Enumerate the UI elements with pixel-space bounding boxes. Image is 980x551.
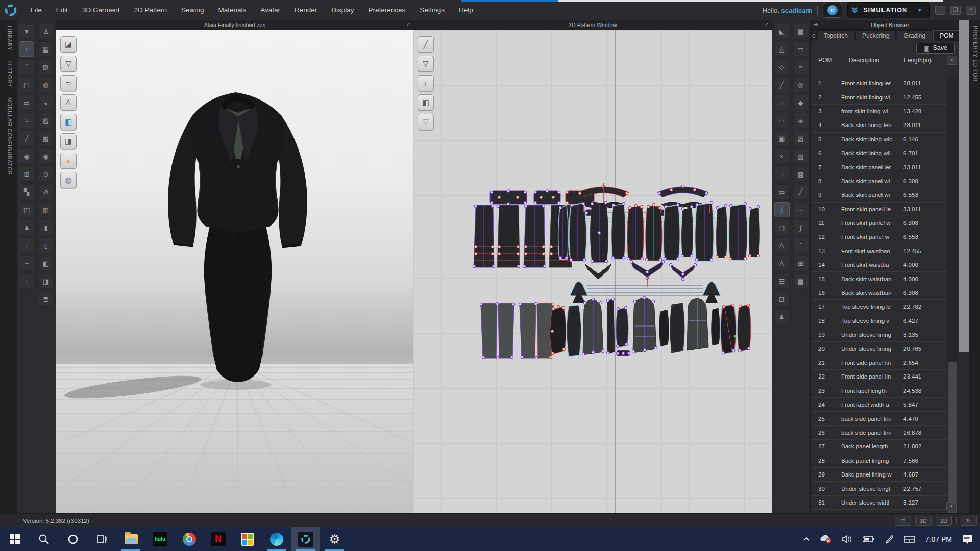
expand-window-icon[interactable]: ↗ xyxy=(406,21,410,27)
ms-store-button[interactable] xyxy=(233,527,262,551)
shirt-2d-icon[interactable]: ◈ xyxy=(793,113,808,128)
pom-table-row[interactable]: 5 Back skirt lining wic 6.146 xyxy=(811,133,947,146)
pin-icon[interactable]: ╱ xyxy=(19,131,34,146)
menu-item[interactable]: Render xyxy=(287,0,324,20)
pom-table-row[interactable]: 4 Back skirt lining len 28.011 xyxy=(811,118,947,132)
menu-item[interactable]: Avatar xyxy=(253,0,287,20)
pom-table-row[interactable]: 30 Under sleeve lengt 22.757 xyxy=(811,482,947,495)
detect-sewing-icon[interactable]: ◎ xyxy=(793,77,808,92)
select-move-icon[interactable]: + xyxy=(19,41,34,57)
pattern-piece-sleeve-cluster[interactable] xyxy=(550,296,751,356)
add-pattern-icon[interactable]: ⊞ xyxy=(793,256,808,271)
fit-avatar-icon[interactable]: ♟ xyxy=(19,220,34,235)
menu-item[interactable]: Settings xyxy=(412,0,452,20)
edge-button[interactable] xyxy=(262,527,291,551)
pattern-annotation-icon[interactable]: A xyxy=(774,256,790,271)
measure-tape-icon[interactable]: ◌ xyxy=(19,273,34,289)
pom-table-row[interactable]: 19 Under sleeve lining 3.135 xyxy=(811,328,947,342)
menu-item[interactable]: 2D Pattern xyxy=(127,0,175,20)
show-stitch-2d-icon[interactable]: ╱ xyxy=(418,36,434,53)
pattern-piece-skirt-panel[interactable] xyxy=(473,205,495,267)
touchpad-icon[interactable] xyxy=(899,535,920,544)
sync-view-icon[interactable]: ↻ xyxy=(961,516,977,526)
simulation-button[interactable]: SIMULATION ▼ xyxy=(847,2,930,18)
menu-item[interactable]: Help xyxy=(452,0,480,20)
close-button[interactable]: × xyxy=(966,6,976,15)
cortana-button[interactable] xyxy=(58,527,87,551)
show-garment-icon[interactable]: ▽ xyxy=(60,56,77,72)
transform-pattern-icon[interactable]: ◣ xyxy=(774,23,790,39)
pom-table-row[interactable]: 8 Back skirt panel wi 6.308 xyxy=(811,174,947,188)
pattern-piece-chevron[interactable] xyxy=(585,260,697,287)
style-dress-icon[interactable]: ◒ xyxy=(38,95,54,110)
view-2d-button[interactable]: 2D xyxy=(936,516,952,526)
pom-table-row[interactable]: 24 Front lapel width a 5.847 xyxy=(811,398,947,412)
tuck-icon[interactable]: ◧ xyxy=(38,256,54,271)
task-view-button[interactable] xyxy=(87,527,116,551)
pom-table-row[interactable]: 26 back side panel lini 16.878 xyxy=(811,426,947,440)
segment-sewing-icon[interactable]: ▭ xyxy=(19,95,34,110)
pattern-piece-lining-panel[interactable] xyxy=(519,302,554,359)
pom-table-row[interactable]: 21 Front side panel lin 2.654 xyxy=(811,356,947,370)
pom-table-row[interactable]: 11 Front skirt panlel w 6.308 xyxy=(811,216,947,230)
panel-scroll-strip[interactable] xyxy=(959,20,969,513)
pleats-icon[interactable]: ∽ xyxy=(19,256,34,271)
pom-table-row[interactable]: 20 Under sleeve lining 20.765 xyxy=(811,342,947,356)
show-garment-2d-icon[interactable]: ▽ xyxy=(418,56,434,72)
pom-table-row[interactable]: 12 Front skirt panel w 6.553 xyxy=(811,230,947,244)
avatar-display-icon[interactable]: ● xyxy=(60,153,77,169)
restore-button[interactable]: ❏ xyxy=(950,6,961,15)
add-point-icon[interactable]: ◇ xyxy=(774,59,790,74)
minimize-button[interactable]: — xyxy=(935,6,945,15)
pattern-piece-waistband-a[interactable] xyxy=(490,190,527,205)
menu-item[interactable]: Materials xyxy=(211,0,253,20)
pom-table-row[interactable]: 10 Front skirt panell le 33.011 xyxy=(811,203,947,216)
show-stitch-icon[interactable]: ≃ xyxy=(60,75,77,91)
save-button[interactable]: ▣ Save xyxy=(916,43,955,54)
scrollbar-thumb[interactable] xyxy=(948,362,957,515)
pom-table-row[interactable]: 7 Back skirt panel ler 33.011 xyxy=(811,160,947,174)
polygon-pattern-icon[interactable]: ⌂ xyxy=(774,95,790,110)
pom-table-row[interactable]: 3 front skirt lining wi 13.428 xyxy=(811,105,947,118)
detach-sewing-icon[interactable]: ▧ xyxy=(38,59,54,74)
sewing-2d-icon[interactable]: ▤ xyxy=(793,23,808,39)
menu-item[interactable]: Preferences xyxy=(361,0,412,20)
show-environment-icon[interactable]: ◍ xyxy=(60,172,77,188)
clone-pattern-icon[interactable]: ⊡ xyxy=(774,291,790,307)
settings-button[interactable]: ⚙ xyxy=(320,527,349,551)
column-description[interactable]: Description xyxy=(849,57,904,64)
free-sewing-2d-icon[interactable]: ≈ xyxy=(793,59,808,74)
split-view-icon[interactable]: ◫ xyxy=(895,516,911,526)
grading-b-icon[interactable]: ▧ xyxy=(793,148,808,164)
more-2d-tools-icon[interactable]: ˇ xyxy=(793,238,808,253)
iron-icon[interactable]: ◆ xyxy=(793,95,808,110)
dock-tab[interactable]: LIBRARY xyxy=(5,20,12,56)
lift-garment-icon[interactable]: ↑ xyxy=(19,238,34,253)
object-browser-tab[interactable]: Puckering xyxy=(855,30,896,41)
dock-tab-property-editor[interactable]: PROPERTY EDITOR xyxy=(971,20,978,87)
grading-c-icon[interactable]: ▩ xyxy=(793,166,808,182)
drape-dress-icon[interactable]: ◍ xyxy=(38,77,54,92)
arrange-clothes-icon[interactable]: ▚ xyxy=(19,184,34,199)
show-pattern-front-icon[interactable]: ◧ xyxy=(60,114,77,130)
action-center-icon[interactable] xyxy=(957,534,980,544)
menu-item[interactable]: 3D Garment xyxy=(75,0,127,20)
fabric-tube-icon[interactable]: ◉ xyxy=(19,148,34,164)
scroll-down-icon[interactable]: ▼ xyxy=(946,502,957,511)
file-explorer-button[interactable] xyxy=(116,527,145,551)
start-button[interactable] xyxy=(0,527,29,551)
pom-table-row[interactable]: 18 Top sleeve lining v 6.427 xyxy=(811,314,947,328)
scroll-up-icon[interactable]: ▲ xyxy=(947,56,957,65)
arrangement-gizmo-icon[interactable]: ⊞ xyxy=(19,166,34,182)
dock-tab[interactable]: HISTORY xyxy=(5,56,12,92)
walk-avatar-icon[interactable]: ♙ xyxy=(38,23,54,39)
fold-arrangement-icon[interactable]: ◫ xyxy=(19,202,34,217)
pom-table-row[interactable]: 28 Back panel linging 7.566 xyxy=(811,454,947,468)
pom-table-row[interactable]: 29 Bakc panel lining w 4.687 xyxy=(811,468,947,482)
show-pattern-back-icon[interactable]: ◨ xyxy=(60,133,77,149)
pattern-piece-lining-panel[interactable] xyxy=(480,302,514,359)
pom-table-row[interactable]: 1 Front skirt lining ler 28.011 xyxy=(811,77,947,90)
clo-cloud-button[interactable]: c xyxy=(823,3,842,18)
elastic-icon[interactable]: ∫ xyxy=(793,220,808,235)
taskbar-clock[interactable]: 7:07 PM xyxy=(920,535,957,543)
